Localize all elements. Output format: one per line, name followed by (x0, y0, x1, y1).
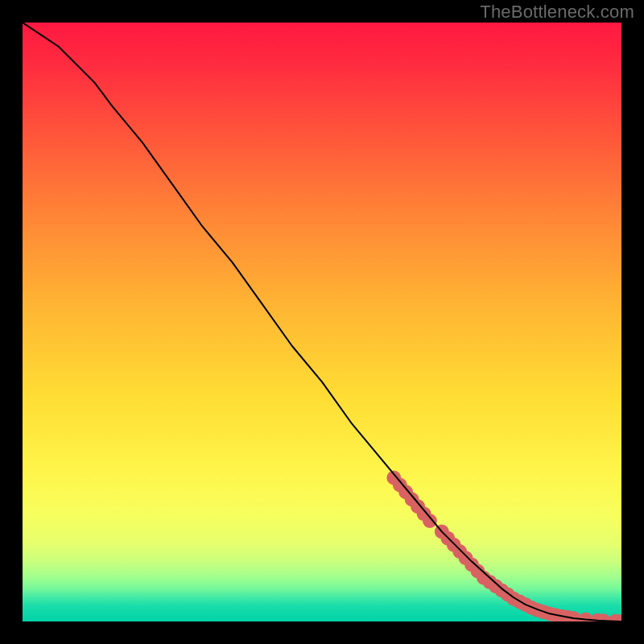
watermark-text: TheBottleneck.com (480, 2, 634, 23)
scatter-point (423, 514, 437, 528)
curve-path (23, 23, 621, 621)
chart-overlay (23, 23, 621, 621)
plot-area (23, 23, 621, 621)
chart-frame: TheBottleneck.com (0, 0, 644, 644)
scatter-points-group (386, 471, 621, 621)
